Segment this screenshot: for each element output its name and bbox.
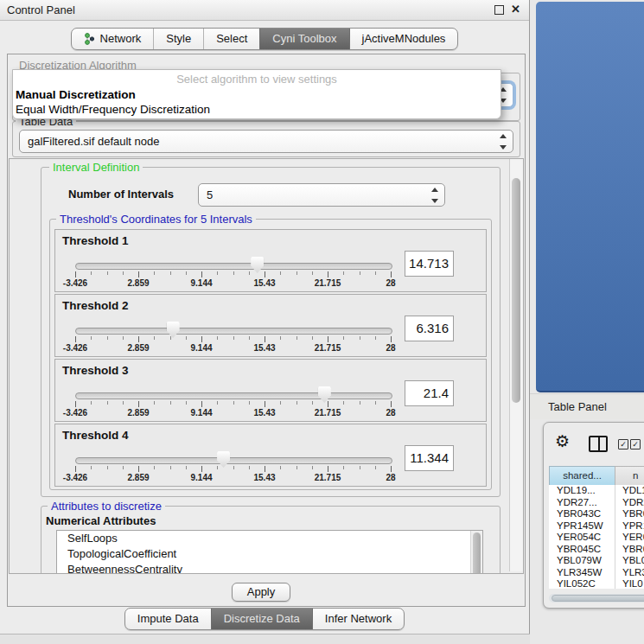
- slider-track[interactable]: [75, 328, 392, 335]
- tick-mark: [170, 401, 171, 405]
- tab-select[interactable]: Select: [203, 29, 259, 49]
- attributes-group-title: Attributes to discretize: [48, 500, 165, 513]
- tick-mark: [391, 401, 392, 407]
- table-row[interactable]: YBR043CYBR0: [549, 508, 644, 520]
- slider-track[interactable]: [75, 392, 392, 399]
- threshold-value-field[interactable]: 21.4: [405, 380, 454, 406]
- dropdown-option-manual-discretization[interactable]: Manual Discretization: [16, 88, 136, 101]
- bottom-tab-bar: Impute DataDiscretize DataInfer Network: [0, 608, 529, 630]
- table-row[interactable]: YER054CYER0: [549, 532, 644, 544]
- bottom-tab-discretize-data[interactable]: Discretize Data: [211, 609, 312, 629]
- gear-icon[interactable]: ⚙: [555, 433, 570, 450]
- tick-mark: [328, 466, 328, 472]
- split-columns-icon[interactable]: [589, 436, 608, 452]
- table-row[interactable]: YBL079WYBL0: [549, 555, 644, 567]
- tick-mark: [343, 336, 344, 340]
- table-row[interactable]: YDR27...YDR2: [549, 497, 644, 509]
- combo-arrows-icon: [430, 184, 439, 206]
- column-header-name[interactable]: n: [615, 466, 644, 486]
- threshold-value-field[interactable]: 11.344: [405, 445, 454, 471]
- tick-mark: [233, 271, 234, 275]
- threshold-value-field[interactable]: 6.316: [405, 316, 454, 341]
- tick-mark: [154, 271, 155, 275]
- tick-mark: [265, 271, 265, 277]
- tick-mark: [217, 401, 218, 405]
- table-rows: YDL19...YDL1YDR27...YDR2YBR043CYBR0YPR14…: [549, 485, 644, 589]
- table-row[interactable]: YIL052CYIL0: [549, 578, 644, 589]
- tick-mark: [249, 401, 250, 405]
- tick-mark: [138, 401, 139, 407]
- tick-mark: [154, 336, 155, 340]
- tick-mark: [154, 401, 155, 405]
- bottom-tab-discretize-data-label: Discretize Data: [224, 612, 300, 625]
- slider-track[interactable]: [75, 457, 392, 464]
- interval-definition-title: Interval Definition: [49, 161, 143, 174]
- list-scrollbar-thumb[interactable]: [473, 532, 481, 574]
- tab-jactivemnodules[interactable]: jActiveMNodules: [349, 29, 458, 49]
- axis-tick-label: 2.859: [127, 278, 149, 288]
- bottom-tab-infer-network[interactable]: Infer Network: [312, 609, 404, 629]
- tick-mark: [75, 271, 76, 277]
- tab-cyni-toolbox[interactable]: Cyni Toolbox: [259, 29, 348, 49]
- cell-name: YDR2: [622, 497, 644, 507]
- attribute-item-topologicalcoefficient[interactable]: TopologicalCoefficient: [57, 546, 482, 562]
- axis-labels: -3.4262.8599.14415.4321.71528: [75, 408, 391, 418]
- tick-mark: [75, 336, 76, 342]
- table-row[interactable]: YLR345WYLR3: [549, 567, 644, 579]
- axis-tick-label: 9.144: [190, 408, 212, 418]
- slider-ticks: [75, 271, 391, 278]
- bottom-strip: [0, 634, 530, 644]
- axis-tick-label: 2.859: [127, 408, 149, 418]
- attribute-item-betweennesscentrality[interactable]: BetweennessCentrality: [57, 562, 482, 574]
- close-icon[interactable]: ✕: [511, 3, 520, 16]
- tick-mark: [186, 466, 187, 469]
- tick-mark: [280, 466, 281, 469]
- float-window-icon[interactable]: [494, 5, 504, 15]
- table-scrollbar-thumb[interactable]: [552, 595, 644, 602]
- table-row[interactable]: YDL19...YDL1: [549, 485, 644, 497]
- axis-tick-label: 15.43: [253, 473, 275, 482]
- pane-scrollbar-thumb[interactable]: [512, 178, 520, 403]
- axis-tick-label: 21.715: [315, 473, 341, 482]
- cell-name: YBL0: [622, 555, 644, 565]
- cell-shared-name: YBL079W: [557, 555, 602, 565]
- axis-tick-label: 21.715: [315, 408, 341, 418]
- table-horizontal-scrollbar[interactable]: [549, 594, 644, 603]
- tick-mark: [312, 401, 313, 405]
- slider-ticks: [75, 401, 391, 408]
- threshold-label: Threshold 1: [62, 234, 129, 247]
- cell-shared-name: YER054C: [557, 532, 601, 542]
- tick-mark: [217, 336, 218, 340]
- number-of-intervals-combobox[interactable]: 5: [198, 183, 445, 207]
- table-row[interactable]: YPR145WYPR1: [549, 520, 644, 532]
- tick-mark: [201, 271, 202, 277]
- axis-tick-label: 28: [386, 343, 395, 353]
- table-row[interactable]: YBR045CYBR0: [549, 544, 644, 556]
- threshold-label: Threshold 2: [62, 299, 129, 312]
- table-data-combobox[interactable]: galFiltered.sif default node: [19, 130, 513, 153]
- attribute-item-selfloops[interactable]: SelfLoops: [57, 531, 482, 546]
- threshold-value-field[interactable]: 14.713: [405, 251, 454, 277]
- number-of-intervals-value: 5: [207, 188, 213, 201]
- tick-mark: [170, 336, 171, 340]
- apply-button[interactable]: Apply: [232, 583, 290, 602]
- dropdown-option-equal-width-frequency[interactable]: Equal Width/Frequency Discretization: [16, 103, 210, 116]
- tab-network[interactable]: Network: [72, 29, 154, 49]
- tick-mark: [265, 401, 265, 407]
- bottom-tab-impute-data[interactable]: Impute Data: [125, 609, 211, 629]
- tick-mark: [249, 271, 250, 275]
- tick-mark: [249, 336, 250, 340]
- network-view-window: GAL80GACGAL11GAL4GCY1HHAP2: [536, 2, 644, 392]
- list-scrollbar[interactable]: [470, 531, 482, 574]
- pane-vertical-scrollbar[interactable]: [509, 159, 523, 571]
- axis-tick-label: 15.43: [253, 408, 275, 418]
- tab-style[interactable]: Style: [153, 29, 203, 49]
- slider-track[interactable]: [75, 263, 392, 270]
- checkbox-icon[interactable]: ✓: [630, 439, 641, 450]
- checkbox-icon[interactable]: ✓: [618, 439, 628, 450]
- tick-mark: [280, 336, 281, 340]
- tick-mark: [328, 336, 328, 342]
- algorithm-dropdown-popup: Select algorithm to view settings Manual…: [12, 69, 501, 119]
- axis-tick-label: 2.859: [127, 473, 149, 482]
- column-header-shared[interactable]: shared...: [549, 466, 615, 486]
